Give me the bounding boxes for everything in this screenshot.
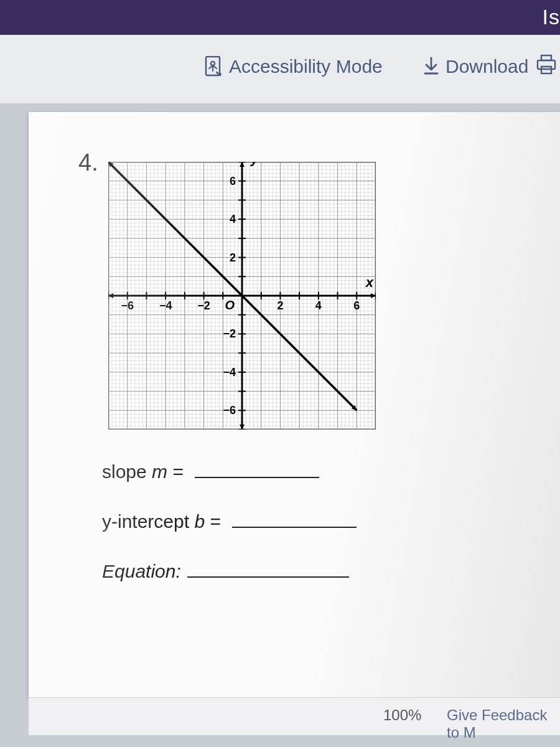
accessibility-mode-label: Accessibility Mode (229, 56, 383, 77)
svg-text:4: 4 (230, 213, 236, 225)
svg-text:4: 4 (315, 299, 322, 312)
svg-text:−4: −4 (159, 299, 172, 312)
svg-text:x: x (365, 275, 374, 290)
print-icon (535, 54, 558, 76)
svg-text:−2: −2 (223, 327, 236, 340)
accessibility-icon (204, 56, 223, 77)
svg-text:y: y (250, 162, 259, 166)
equation-blank[interactable] (187, 560, 349, 578)
download-button[interactable]: Download (423, 56, 528, 77)
download-label: Download (446, 56, 528, 77)
give-feedback-link[interactable]: Give Feedback to M (447, 707, 560, 741)
equation-prompt: Equation: (102, 560, 349, 582)
viewer-toolbar: Accessibility Mode Download (0, 35, 560, 104)
app-titlebar: Is (0, 0, 560, 35)
print-button[interactable] (535, 54, 560, 76)
svg-rect-5 (541, 67, 551, 73)
svg-text:−4: −4 (223, 366, 236, 378)
svg-text:2: 2 (230, 251, 236, 264)
coordinate-graph: −6−4−2246−6−4−2246Oyx (108, 162, 376, 430)
y-intercept-prompt: y-intercept b = (102, 510, 357, 532)
slope-blank[interactable] (195, 461, 319, 478)
titlebar-fragment: Is (543, 5, 560, 29)
download-icon (423, 57, 439, 77)
svg-text:−6: −6 (223, 404, 236, 416)
svg-text:2: 2 (277, 299, 283, 312)
svg-text:−6: −6 (121, 299, 134, 312)
accessibility-mode-button[interactable]: Accessibility Mode (204, 56, 383, 77)
question-number: 4. (78, 149, 98, 176)
y-intercept-blank[interactable] (232, 510, 357, 528)
svg-text:6: 6 (230, 175, 236, 187)
document-page: 4. −6−4−2246−6−4−2246Oyx slope m = y-int… (29, 112, 560, 697)
zoom-level[interactable]: 100% (383, 707, 421, 724)
svg-rect-4 (538, 60, 555, 69)
svg-text:6: 6 (353, 299, 360, 312)
slope-prompt: slope m = (102, 461, 319, 482)
svg-text:−2: −2 (197, 299, 210, 312)
svg-text:O: O (225, 298, 235, 312)
status-bar: 100% Give Feedback to M (29, 697, 560, 735)
